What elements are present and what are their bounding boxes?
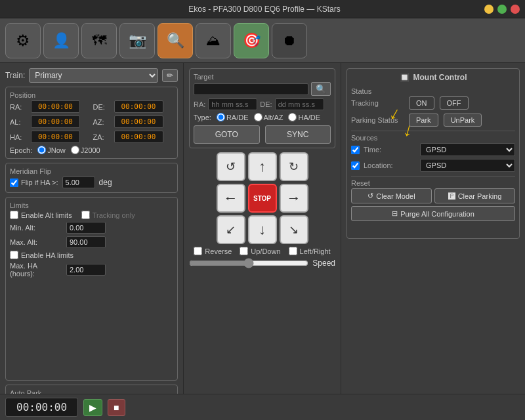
position-section: Position RA: DE: AL: AZ: [5,87,178,159]
target-section: Target 🔍 RA: DE: Type: RA/DE Alt/AZ [189,68,335,148]
enable-ha-checkbox[interactable] [10,251,18,259]
type-altaz-radio[interactable] [254,113,262,121]
target-search-button[interactable]: 🔍 [311,82,331,96]
leftright-label[interactable]: Left/Right [289,247,331,255]
stop-button[interactable]: ■ [108,399,125,416]
nav-button[interactable]: ⛰ [196,23,231,58]
joy-se-button[interactable]: ↘ [280,215,308,244]
tracking-only-label[interactable]: Tracking only [81,211,135,219]
joy-w-button[interactable]: ← [217,184,245,213]
type-altaz-label[interactable]: Alt/AZ [254,113,284,121]
type-rade-label[interactable]: RA/DE [217,113,249,121]
camera-button[interactable]: 📷 [119,23,155,58]
location-source-checkbox[interactable] [351,161,360,170]
min-alt-value[interactable] [66,222,106,234]
epoch-j2000-radio[interactable] [71,146,79,154]
tracking-off-button[interactable]: OFF [440,96,469,110]
train-edit-button[interactable]: ✏ [162,69,178,82]
joy-ne-button[interactable]: ↻ [280,152,308,181]
record-button[interactable]: ⏺ [272,23,307,58]
joy-e-button[interactable]: → [280,184,308,213]
target-title: Target [194,73,331,81]
epoch-jnow-label[interactable]: JNow [37,146,66,154]
az-value[interactable] [114,116,163,128]
speed-slider[interactable] [189,258,308,268]
epoch-j2000-label[interactable]: J2000 [71,146,100,154]
time-source-label: Time: [364,146,416,154]
meridian-title: Meridian Flip [10,167,173,175]
parking-status-row: Parking Status Park UnPark [351,114,515,127]
type-rade-radio[interactable] [217,113,225,121]
updown-text: Up/Down [251,247,280,255]
train-select[interactable]: Primary [29,68,158,83]
time-source-select[interactable]: GPSD NTP Manual [420,143,515,156]
play-button[interactable]: ▶ [83,399,102,416]
tracking-on-button[interactable]: ON [409,96,434,110]
sync-button[interactable]: SYNC [265,125,331,144]
al-value[interactable] [31,116,80,128]
type-hade-label[interactable]: HA/DE [288,113,320,121]
reverse-checkbox[interactable] [194,247,202,255]
meridian-row: Flip if HA >: deg [10,177,173,188]
position-grid: RA: DE: AL: AZ: HA: [10,100,173,143]
clear-parking-button[interactable]: 🅿 Clear Parking [434,188,515,203]
za-row: ZA: [93,131,174,143]
meridian-check-label[interactable]: Flip if HA >: [10,178,58,187]
joy-stop-button[interactable]: STOP [248,184,277,213]
joy-s-button[interactable]: ↓ [248,215,277,244]
de-value[interactable] [114,100,163,113]
mount-icon: 🔲 [400,73,410,82]
unpark-button[interactable]: UnPark [444,114,482,127]
target-de-input[interactable] [275,98,324,110]
za-value[interactable] [114,131,163,143]
leftright-checkbox[interactable] [289,247,297,255]
updown-label[interactable]: Up/Down [240,247,280,255]
purge-config-button[interactable]: ⊟ Purge All Configuration [351,206,515,221]
status-section-label: Status [351,87,515,95]
goto-button[interactable]: GOTO [194,125,260,144]
epoch-jnow-radio[interactable] [37,146,46,154]
reverse-label[interactable]: Reverse [194,247,232,255]
updown-checkbox[interactable] [240,247,248,255]
park-button[interactable]: Park [409,114,438,127]
meridian-checkbox[interactable] [10,178,18,187]
search-button[interactable]: 🔍 [158,23,193,58]
max-alt-label: Max. Alt: [10,238,62,246]
map-button[interactable]: 🗺 [81,23,117,58]
target-button[interactable]: 🎯 [234,23,269,58]
target-ra-input[interactable] [208,98,257,110]
type-hade-radio[interactable] [288,113,297,121]
al-row: AL: [10,116,91,128]
joy-nw-button[interactable]: ↺ [217,152,245,181]
leftright-text: Left/Right [300,247,331,255]
joy-sw-button[interactable]: ↙ [217,215,245,244]
ra-value[interactable] [31,100,80,113]
limits-section: Limits Enable Alt limits Tracking only M… [5,197,178,381]
enable-alt-label[interactable]: Enable Alt limits [10,211,72,219]
max-ha-value[interactable] [66,264,106,276]
ha-label: HA: [10,133,28,141]
ha-value[interactable] [31,131,80,143]
time-source-checkbox[interactable] [351,146,360,154]
joy-n-button[interactable]: ↑ [248,152,277,181]
minimize-button[interactable] [484,5,494,14]
meridian-value[interactable] [62,177,95,188]
joy-options: Reverse Up/Down Left/Right [194,247,330,255]
ra-row: RA: [10,100,91,113]
settings-button[interactable]: ⚙ [5,23,41,58]
location-source-select[interactable]: GPSD NTP Manual [420,159,515,172]
min-alt-label: Min. Alt: [10,224,62,232]
tracking-only-checkbox[interactable] [81,211,90,219]
clear-model-icon: ↺ [368,192,373,200]
enable-alt-checkbox[interactable] [10,211,18,219]
max-alt-row: Max. Alt: [10,236,173,248]
clear-model-button[interactable]: ↺ Clear Model [351,188,432,203]
max-alt-value[interactable] [66,236,106,248]
maximize-button[interactable] [497,5,507,14]
target-search-input[interactable] [194,83,308,95]
type-label: Type: [194,114,211,121]
purge-icon: ⊟ [392,209,398,218]
close-button[interactable] [511,5,520,14]
profile-button[interactable]: 👤 [43,23,79,58]
enable-ha-label[interactable]: Enable HA limits [10,251,74,259]
